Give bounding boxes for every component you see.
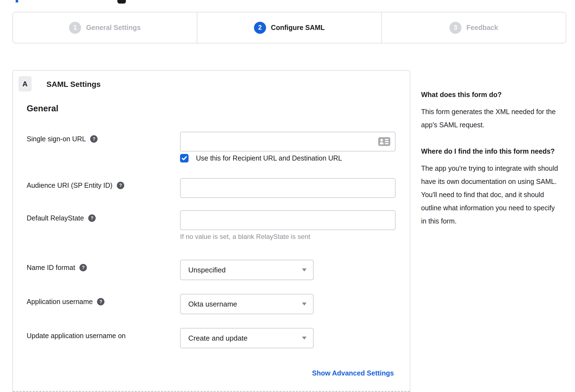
step-number-badge: 3: [449, 22, 461, 34]
recipient-url-checkbox-row: Use this for Recipient URL and Destinati…: [180, 154, 342, 162]
app-username-label-row: Application username ?: [27, 298, 104, 306]
sidebar-section-where: Where do I find the info this form needs…: [421, 145, 559, 228]
sidebar-body: This form generates the XML needed for t…: [421, 105, 559, 131]
step-number-badge: 2: [254, 22, 266, 34]
field-label: Application username: [27, 298, 93, 306]
section-divider: [13, 391, 410, 392]
step-label: Feedback: [466, 24, 498, 32]
step-configure-saml[interactable]: 2 Configure SAML: [197, 12, 381, 43]
update-username-select[interactable]: Create and update: [180, 328, 314, 348]
step-label: Configure SAML: [271, 24, 325, 32]
field-label: Name ID format: [27, 264, 75, 272]
select-value: Create and update: [188, 334, 247, 343]
sso-url-input-wrap: [180, 132, 396, 151]
recipient-url-checkbox[interactable]: [180, 154, 189, 162]
wizard-stepper: 1 General Settings 2 Configure SAML 3 Fe…: [12, 12, 566, 43]
field-label: Audience URI (SP Entity ID): [27, 181, 112, 189]
update-username-label-row: Update application username on: [27, 332, 126, 340]
name-id-format-select[interactable]: Unspecified: [180, 260, 314, 280]
help-icon[interactable]: ?: [88, 214, 96, 222]
step-label: General Settings: [86, 24, 141, 32]
chevron-down-icon: [302, 337, 306, 340]
field-label: Single sign-on URL: [27, 135, 86, 143]
relaystate-label-row: Default RelayState ?: [27, 214, 96, 222]
step-number-badge: 1: [69, 22, 81, 34]
name-id-format-label-row: Name ID format ?: [27, 264, 87, 272]
audience-uri-label-row: Audience URI (SP Entity ID) ?: [27, 181, 124, 189]
sidebar-section-what: What does this form do? This form genera…: [421, 89, 559, 131]
address-card-icon[interactable]: [378, 137, 391, 146]
show-advanced-settings-link[interactable]: Show Advanced Settings: [312, 369, 394, 377]
help-sidebar: What does this form do? This form genera…: [421, 89, 559, 228]
checkbox-label: Use this for Recipient URL and Destinati…: [196, 154, 342, 162]
app-username-select[interactable]: Okta username: [180, 294, 314, 314]
relaystate-input-wrap: [180, 210, 396, 230]
audience-uri-input-wrap: [180, 178, 396, 198]
page-top-fragment-blue: [16, 0, 18, 2]
help-icon[interactable]: ?: [117, 182, 124, 189]
step-feedback[interactable]: 3 Feedback: [381, 12, 566, 43]
chevron-down-icon: [302, 269, 306, 272]
page-top-fragment-dark-icon: [117, 0, 126, 4]
field-label: Update application username on: [27, 332, 126, 340]
panel-title: SAML Settings: [46, 80, 101, 89]
audience-uri-input[interactable]: [180, 178, 396, 198]
sidebar-body: The app you're trying to integrate with …: [421, 162, 559, 228]
select-value: Unspecified: [188, 266, 226, 274]
relaystate-input[interactable]: [180, 210, 396, 230]
chevron-down-icon: [302, 303, 306, 306]
section-a-badge: A: [18, 76, 32, 92]
general-section-heading: General: [27, 104, 58, 114]
saml-settings-panel: A SAML Settings General Single sign-on U…: [12, 70, 410, 392]
sidebar-heading: Where do I find the info this form needs…: [421, 145, 559, 157]
saml-setup-wizard-screen: 1 General Settings 2 Configure SAML 3 Fe…: [0, 0, 575, 392]
sso-url-label-row: Single sign-on URL ?: [27, 135, 98, 143]
sso-url-input[interactable]: [180, 132, 396, 151]
sidebar-heading: What does this form do?: [421, 89, 559, 101]
field-label: Default RelayState: [27, 214, 84, 222]
help-icon[interactable]: ?: [97, 298, 104, 305]
relaystate-hint: If no value is set, a blank RelayState i…: [180, 233, 310, 241]
help-icon[interactable]: ?: [90, 135, 98, 143]
help-icon[interactable]: ?: [79, 264, 87, 271]
select-value: Okta username: [188, 300, 237, 308]
step-general-settings[interactable]: 1 General Settings: [13, 12, 197, 43]
